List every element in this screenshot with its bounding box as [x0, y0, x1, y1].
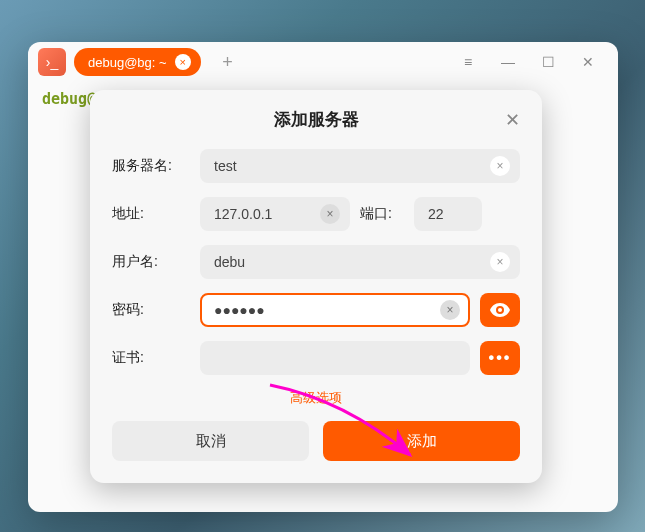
- eye-icon: [490, 303, 510, 317]
- prompt-text: debug@: [42, 90, 96, 108]
- new-tab-button[interactable]: +: [215, 49, 241, 75]
- app-icon: ›_: [38, 48, 66, 76]
- minimize-button[interactable]: —: [488, 47, 528, 77]
- tab-label: debug@bg: ~: [88, 55, 167, 70]
- window-controls: ≡ — ☐ ✕: [448, 47, 608, 77]
- clear-address-button[interactable]: ×: [320, 204, 340, 224]
- dialog-title: 添加服务器: [274, 108, 359, 131]
- clear-username-button[interactable]: ×: [490, 252, 510, 272]
- ellipsis-icon: •••: [489, 349, 512, 367]
- clear-password-button[interactable]: ×: [440, 300, 460, 320]
- server-name-input[interactable]: test ×: [200, 149, 520, 183]
- show-password-button[interactable]: [480, 293, 520, 327]
- tab-active[interactable]: debug@bg: ~ ×: [74, 48, 201, 76]
- certificate-input[interactable]: [200, 341, 470, 375]
- password-value: ●●●●●●: [214, 302, 440, 318]
- port-label: 端口:: [360, 205, 404, 223]
- add-server-dialog: 添加服务器 ✕ 服务器名: test × 地址: 127.0.0.1 × 端口:…: [90, 90, 542, 483]
- username-input[interactable]: debu ×: [200, 245, 520, 279]
- titlebar: ›_ debug@bg: ~ × + ≡ — ☐ ✕: [28, 42, 618, 82]
- address-label: 地址:: [112, 205, 190, 223]
- maximize-button[interactable]: ☐: [528, 47, 568, 77]
- add-button[interactable]: 添加: [323, 421, 520, 461]
- browse-certificate-button[interactable]: •••: [480, 341, 520, 375]
- tab-close-button[interactable]: ×: [175, 54, 191, 70]
- password-label: 密码:: [112, 301, 190, 319]
- username-value: debu: [214, 254, 490, 270]
- clear-server-button[interactable]: ×: [490, 156, 510, 176]
- port-input[interactable]: 22: [414, 197, 482, 231]
- dialog-close-button[interactable]: ✕: [505, 109, 520, 131]
- username-label: 用户名:: [112, 253, 190, 271]
- menu-button[interactable]: ≡: [448, 47, 488, 77]
- advanced-options-link[interactable]: 高级选项: [112, 389, 520, 407]
- certificate-label: 证书:: [112, 349, 190, 367]
- server-name-label: 服务器名:: [112, 157, 190, 175]
- password-input[interactable]: ●●●●●● ×: [200, 293, 470, 327]
- server-name-value: test: [214, 158, 490, 174]
- port-value: 22: [428, 206, 472, 222]
- address-value: 127.0.0.1: [214, 206, 320, 222]
- address-input[interactable]: 127.0.0.1 ×: [200, 197, 350, 231]
- cancel-button[interactable]: 取消: [112, 421, 309, 461]
- svg-point-0: [498, 308, 502, 312]
- terminal-icon: ›_: [46, 54, 58, 70]
- close-button[interactable]: ✕: [568, 47, 608, 77]
